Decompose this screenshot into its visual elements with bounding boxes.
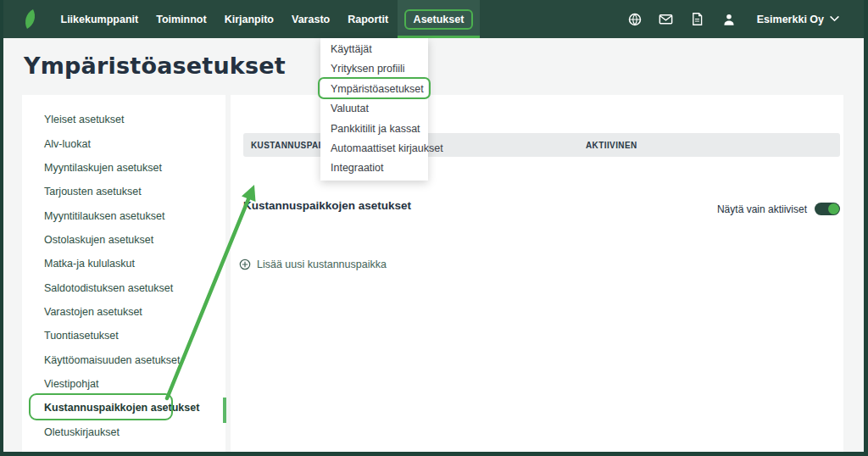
add-cost-center-label: Lisää uusi kustannuspaikka: [257, 259, 387, 270]
filter-toggle-row: Näytä vain aktiiviset: [717, 203, 840, 215]
menu-item-pankkitilit-ja-kassat[interactable]: Pankkitilit ja kassat: [320, 120, 428, 139]
user-icon[interactable]: [721, 11, 737, 28]
plus-circle-icon: [239, 259, 251, 270]
app-window: Liikekumppanit Toiminnot Kirjanpito Vara…: [0, 0, 868, 456]
sidebar-item-varastojen-asetukset[interactable]: Varastojen asetukset: [22, 300, 225, 324]
show-active-toggle[interactable]: [815, 203, 840, 215]
sidebar-item-myyntitilauksen-asetukset[interactable]: Myyntitilauksen asetukset: [22, 203, 225, 227]
asetukset-highlight-box: Asetukset: [404, 9, 474, 30]
sidebar-active-indicator: [223, 398, 226, 423]
mail-icon[interactable]: [658, 11, 675, 28]
menu-item-ymparistoasetukset[interactable]: Ympäristöasetukset: [320, 80, 428, 99]
nav-item-kirjanpito[interactable]: Kirjanpito: [215, 0, 282, 38]
nav-item-raportit[interactable]: Raportit: [339, 0, 398, 38]
sidebar-item-kustannuspaikkojen-asetukset[interactable]: Kustannuspaikkojen asetukset: [22, 396, 225, 420]
toggle-label: Näytä vain aktiiviset: [717, 203, 807, 215]
nav-item-toiminnot[interactable]: Toiminnot: [147, 0, 215, 38]
navbar-right-controls: Esimerkki Oy: [626, 0, 839, 38]
sidebar-item-yleiset-asetukset[interactable]: Yleiset asetukset: [22, 108, 225, 131]
sidebar-item-viestipohjat[interactable]: Viestipohjat: [22, 372, 225, 396]
main-nav: Liikekumppanit Toiminnot Kirjanpito Vara…: [52, 0, 480, 38]
company-menu[interactable]: Esimerkki Oy: [757, 14, 839, 25]
menu-item-integraatiot[interactable]: Integraatiot: [320, 158, 428, 178]
chevron-down-icon: [830, 16, 839, 22]
add-cost-center-link[interactable]: Lisää uusi kustannuspaikka: [239, 259, 387, 270]
sidebar-item-myyntilaskujen-asetukset[interactable]: Myyntilaskujen asetukset: [22, 156, 225, 180]
sidebar-item-ostolaskujen-asetukset[interactable]: Ostolaskujen asetukset: [22, 228, 225, 252]
sidebar-item-tarjousten-asetukset[interactable]: Tarjousten asetukset: [22, 180, 225, 203]
toggle-knob: [828, 203, 839, 214]
menu-item-kayttajat[interactable]: Käyttäjät: [320, 40, 428, 59]
page-title: Ympäristöasetukset: [24, 53, 286, 79]
sidebar-item-alv-luokat[interactable]: Alv-luokat: [22, 131, 225, 155]
sidebar-item-oletuskirjaukset[interactable]: Oletuskirjaukset: [22, 420, 225, 443]
settings-sidebar: Yleiset asetukset Alv-luokat Myyntilasku…: [22, 95, 225, 452]
sidebar-item-saldotodistuksen-asetukset[interactable]: Saldotodistuksen asetukset: [22, 275, 225, 299]
menu-item-yrityksen-profiili[interactable]: Yrityksen profiili: [320, 59, 428, 79]
column-header-aktiivinen: AKTIIVINEN: [586, 141, 637, 150]
section-heading: Kustannuspaikkojen asetukset: [243, 199, 411, 212]
company-name: Esimerkki Oy: [757, 14, 824, 25]
document-icon[interactable]: [689, 11, 706, 28]
globe-icon[interactable]: [626, 11, 643, 28]
sidebar-item-tuontiasetukset[interactable]: Tuontiasetukset: [22, 324, 225, 348]
settings-dropdown-menu: Käyttäjät Yrityksen profiili Ympäristöas…: [320, 38, 428, 181]
nav-item-liikekumppanit[interactable]: Liikekumppanit: [52, 0, 147, 38]
sidebar-item-matka-ja-kululaskut[interactable]: Matka-ja kululaskut: [22, 252, 225, 275]
sidebar-item-kayttoomaisuuden-asetukset[interactable]: Käyttöomaisuuden asetukset: [22, 348, 225, 371]
top-navbar: Liikekumppanit Toiminnot Kirjanpito Vara…: [0, 0, 868, 38]
nav-item-asetukset[interactable]: Asetukset: [398, 0, 481, 38]
menu-item-automaattiset-kirjaukset[interactable]: Automaattiset kirjaukset: [320, 139, 428, 158]
nav-item-varasto[interactable]: Varasto: [283, 0, 339, 38]
app-logo-leaf-icon[interactable]: [20, 9, 40, 29]
menu-item-valuutat[interactable]: Valuutat: [320, 99, 428, 119]
